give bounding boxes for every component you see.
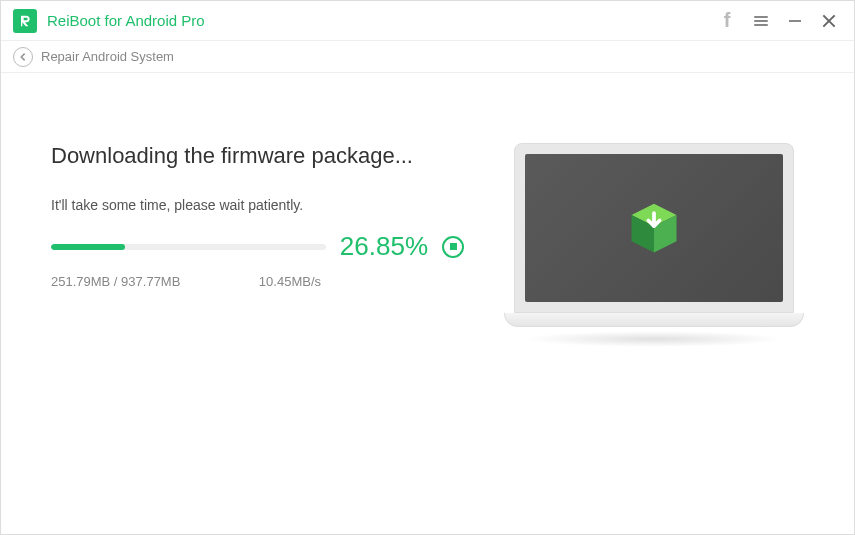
app-window: ReiBoot for Android Pro f Repair Android… xyxy=(0,0,855,535)
laptop-shadow xyxy=(524,331,784,347)
laptop-illustration xyxy=(504,143,804,347)
progress-percent: 26.85% xyxy=(340,231,428,262)
progress-fill xyxy=(51,244,125,250)
laptop-base xyxy=(504,313,804,327)
titlebar: ReiBoot for Android Pro f xyxy=(1,1,854,41)
close-button[interactable] xyxy=(812,1,846,41)
laptop-screen xyxy=(525,154,783,302)
page-subtext: It'll take some time, please wait patien… xyxy=(51,197,464,213)
back-arrow-icon xyxy=(18,52,28,62)
facebook-icon: f xyxy=(724,9,731,32)
main-content: Downloading the firmware package... It'l… xyxy=(1,73,854,534)
package-download-icon xyxy=(624,198,684,258)
progress-bar xyxy=(51,244,326,250)
stop-icon xyxy=(450,243,457,250)
page-title: Downloading the firmware package... xyxy=(51,143,464,169)
laptop-bezel xyxy=(514,143,794,313)
download-panel: Downloading the firmware package... It'l… xyxy=(51,143,464,494)
breadcrumb: Repair Android System xyxy=(1,41,854,73)
download-speed: 10.45MB/s xyxy=(259,274,321,289)
minimize-icon xyxy=(789,20,801,22)
menu-icon xyxy=(754,16,768,26)
illustration-panel xyxy=(494,143,814,494)
menu-button[interactable] xyxy=(744,1,778,41)
breadcrumb-label: Repair Android System xyxy=(41,49,174,64)
progress-row: 26.85% xyxy=(51,231,464,262)
close-icon xyxy=(822,14,836,28)
progress-stats: 251.79MB / 937.77MB 10.45MB/s xyxy=(51,274,321,289)
stop-button[interactable] xyxy=(442,236,464,258)
facebook-button[interactable]: f xyxy=(710,1,744,41)
minimize-button[interactable] xyxy=(778,1,812,41)
reiboot-logo-icon xyxy=(13,9,37,33)
back-button[interactable] xyxy=(13,47,33,67)
download-size: 251.79MB / 937.77MB xyxy=(51,274,180,289)
app-title: ReiBoot for Android Pro xyxy=(47,12,205,29)
